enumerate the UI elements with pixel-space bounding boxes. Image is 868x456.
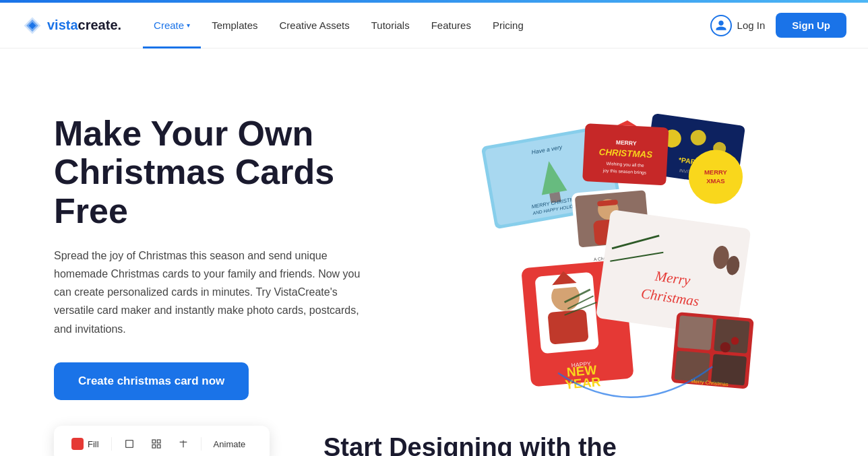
crop-icon bbox=[124, 438, 135, 449]
chevron-down-icon: ▾ bbox=[187, 22, 190, 29]
login-button[interactable]: Log In bbox=[710, 15, 766, 36]
svg-text:YEAR: YEAR bbox=[564, 374, 601, 392]
user-icon bbox=[710, 15, 732, 36]
svg-text:MERRY: MERRY bbox=[616, 139, 637, 147]
svg-text:XMAS: XMAS bbox=[706, 177, 725, 185]
hero-description: Spread the joy of Christmas this season … bbox=[54, 247, 364, 338]
svg-rect-48 bbox=[677, 315, 714, 350]
logo-text: vistacreate. bbox=[47, 18, 121, 33]
toolbar-fill[interactable]: Fill bbox=[65, 434, 106, 454]
site-header: vistacreate. Create ▾ Templates Creative… bbox=[0, 3, 868, 48]
toolbar-separator-2 bbox=[201, 437, 202, 451]
svg-text:MERRY: MERRY bbox=[704, 168, 728, 176]
hero-title: Make Your Own Christmas Cards Free bbox=[54, 115, 391, 230]
hero-content: Make Your Own Christmas Cards Free Sprea… bbox=[54, 115, 391, 400]
trim-icon bbox=[151, 438, 162, 449]
svg-rect-60 bbox=[157, 440, 160, 443]
hero-image: Have a very MERRY CHRISTMAS AND HAPPY HO… bbox=[418, 89, 814, 426]
toolbar-separator bbox=[111, 437, 112, 451]
svg-marker-21 bbox=[617, 120, 637, 126]
svg-rect-61 bbox=[152, 445, 156, 448]
toolbar-crop[interactable] bbox=[117, 434, 142, 453]
nav-item-features[interactable]: Features bbox=[421, 3, 482, 48]
svg-rect-59 bbox=[152, 440, 156, 443]
hero-section: Make Your Own Christmas Cards Free Sprea… bbox=[0, 48, 868, 453]
nav-item-pricing[interactable]: Pricing bbox=[482, 3, 534, 48]
header-actions: Log In Sign Up bbox=[710, 13, 846, 38]
svg-rect-62 bbox=[157, 445, 160, 448]
nav-item-create[interactable]: Create ▾ bbox=[143, 3, 201, 48]
nav-item-creative-assets[interactable]: Creative Assets bbox=[269, 3, 361, 48]
toolbar-text[interactable] bbox=[171, 434, 195, 453]
main-nav: Create ▾ Templates Creative Assets Tutor… bbox=[143, 3, 710, 48]
login-label: Log In bbox=[737, 20, 766, 31]
svg-rect-58 bbox=[125, 441, 133, 448]
signup-button[interactable]: Sign Up bbox=[776, 13, 846, 38]
fill-label: Fill bbox=[88, 439, 99, 449]
cta-button[interactable]: Create christmas card now bbox=[54, 362, 249, 400]
svg-rect-49 bbox=[714, 319, 750, 354]
svg-rect-34 bbox=[547, 309, 588, 345]
text-icon bbox=[178, 438, 189, 449]
logo[interactable]: vistacreate. bbox=[22, 15, 121, 36]
svg-point-56 bbox=[720, 342, 731, 352]
svg-point-57 bbox=[731, 337, 739, 344]
nav-item-templates[interactable]: Templates bbox=[201, 3, 268, 48]
nav-item-tutorials[interactable]: Tutorials bbox=[361, 3, 421, 48]
logo-vista: vista bbox=[47, 18, 78, 32]
christmas-cards-collage: Have a very MERRY CHRISTMAS AND HAPPY HO… bbox=[474, 112, 757, 402]
logo-create: create. bbox=[78, 18, 122, 32]
animate-label: Animate bbox=[214, 439, 246, 449]
fill-color-dot bbox=[71, 438, 84, 450]
design-toolbar: Fill Animate bbox=[54, 426, 270, 456]
toolbar-trim[interactable] bbox=[144, 434, 168, 453]
card-preview-area: Fill Animate bbox=[54, 426, 270, 456]
logo-icon bbox=[22, 15, 43, 36]
toolbar-animate[interactable]: Animate bbox=[207, 435, 253, 453]
